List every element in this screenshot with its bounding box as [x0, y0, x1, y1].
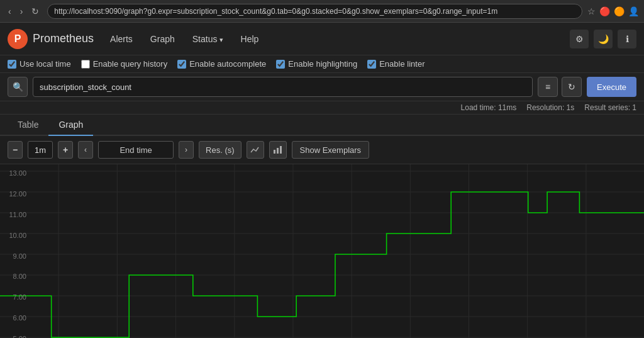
range-increase-button[interactable]: +	[58, 141, 73, 159]
enable-linter-label: Enable linter	[379, 59, 425, 69]
load-time-stat: Load time: 11ms	[461, 103, 517, 112]
svg-rect-0	[274, 150, 275, 154]
search-actions: ≡ ↻	[538, 77, 582, 97]
list-view-button[interactable]: ≡	[538, 77, 558, 97]
enable-autocomplete-label: Enable autocomplete	[189, 59, 266, 69]
enable-query-history-label: Enable query history	[93, 59, 168, 69]
tab-table[interactable]: Table	[8, 115, 48, 136]
y-label-7: 7.00	[3, 293, 26, 301]
search-icon-button[interactable]: 🔍	[8, 77, 28, 97]
tab-graph[interactable]: Graph	[48, 115, 93, 136]
show-exemplars-button[interactable]: Show Exemplars	[292, 141, 370, 159]
app-logo: P Prometheus	[8, 29, 94, 49]
address-bar[interactable]	[47, 4, 582, 19]
chart-inner: 13:46:25 13:46:30 13:46:35 13:46:40 13:4…	[0, 164, 644, 338]
enable-highlighting-checkbox[interactable]	[276, 60, 285, 69]
result-series-stat: Result series: 1	[584, 103, 636, 112]
options-bar: Use local time Enable query history Enab…	[0, 55, 644, 73]
logo-text: P	[14, 33, 21, 45]
y-label-8: 8.00	[3, 273, 26, 280]
line-chart-button[interactable]	[247, 141, 264, 159]
info-button[interactable]: ℹ	[618, 30, 636, 48]
search-input[interactable]	[33, 77, 533, 97]
time-prev-button[interactable]: ‹	[78, 141, 93, 159]
enable-autocomplete-option[interactable]: Enable autocomplete	[177, 59, 266, 69]
nav-right-icons: ⚙ 🌙 ℹ	[570, 30, 636, 48]
profile-icon[interactable]: 👤	[628, 6, 639, 16]
stats-bar: Load time: 11ms Resolution: 1s Result se…	[0, 101, 644, 115]
svg-rect-1	[277, 148, 279, 154]
resolution-stat: Resolution: 1s	[526, 103, 574, 112]
line-chart-icon	[250, 145, 260, 155]
y-label-10: 10.00	[3, 232, 26, 239]
nav-alerts[interactable]: Alerts	[106, 31, 136, 47]
time-next-button[interactable]: ›	[179, 141, 194, 159]
enable-highlighting-label: Enable highlighting	[288, 59, 357, 69]
forward-button[interactable]: ›	[17, 5, 26, 18]
end-time-display: End time	[98, 141, 174, 159]
y-label-5: 5.00	[3, 335, 26, 338]
range-value: 1m	[28, 141, 53, 159]
range-decrease-button[interactable]: −	[8, 141, 23, 159]
y-label-11: 11.00	[3, 211, 26, 218]
resolution-button[interactable]: Res. (s)	[199, 141, 242, 159]
enable-query-history-option[interactable]: Enable query history	[81, 59, 168, 69]
browser-chrome: ‹ › ↻ ☆ 🔴 🟠 👤	[0, 0, 644, 23]
enable-linter-checkbox[interactable]	[367, 60, 376, 69]
refresh-button[interactable]: ↻	[28, 5, 42, 18]
app-title: Prometheus	[33, 32, 94, 45]
y-axis: 13.00 12.00 11.00 10.00 9.00 8.00 7.00 6…	[0, 164, 29, 338]
enable-linter-option[interactable]: Enable linter	[367, 59, 425, 69]
enable-highlighting-option[interactable]: Enable highlighting	[276, 59, 357, 69]
use-local-time-option[interactable]: Use local time	[8, 59, 71, 69]
nav-buttons[interactable]: ‹ › ↻	[5, 5, 42, 18]
browser-toolbar-icons: ☆ 🔴 🟠 👤	[587, 6, 639, 16]
tabs-bar: Table Graph	[0, 115, 644, 136]
use-local-time-checkbox[interactable]	[8, 60, 16, 69]
y-label-6: 6.00	[3, 314, 26, 322]
chart-svg	[0, 164, 644, 338]
nav-help[interactable]: Help	[237, 31, 263, 47]
refresh-query-button[interactable]: ↻	[562, 77, 582, 97]
search-bar: 🔍 ≡ ↻ Execute	[0, 73, 644, 101]
app-navigation: P Prometheus Alerts Graph Status Help ⚙ …	[0, 23, 644, 55]
extension-icon-orange[interactable]: 🟠	[614, 6, 625, 16]
resolution-label: Res. (s)	[206, 145, 235, 155]
bookmark-star-icon[interactable]: ☆	[587, 6, 596, 16]
stacked-chart-button[interactable]	[269, 141, 287, 159]
enable-autocomplete-checkbox[interactable]	[177, 60, 186, 69]
y-label-13: 13.00	[3, 169, 26, 177]
nav-links: Alerts Graph Status Help	[106, 31, 262, 47]
back-button[interactable]: ‹	[5, 5, 14, 18]
use-local-time-label: Use local time	[19, 59, 71, 69]
graph-controls: − 1m + ‹ End time › Res. (s) Show Exempl…	[0, 136, 644, 164]
logo-icon: P	[8, 29, 28, 49]
nav-graph[interactable]: Graph	[147, 31, 179, 47]
svg-rect-2	[280, 146, 282, 154]
graph-area: 13.00 12.00 11.00 10.00 9.00 8.00 7.00 6…	[0, 164, 644, 338]
y-label-12: 12.00	[3, 190, 26, 198]
chart-line	[0, 192, 644, 337]
nav-status[interactable]: Status	[189, 31, 227, 47]
chart-container: 13.00 12.00 11.00 10.00 9.00 8.00 7.00 6…	[0, 164, 644, 338]
execute-button[interactable]: Execute	[587, 77, 636, 97]
settings-button[interactable]: ⚙	[570, 30, 589, 48]
enable-query-history-checkbox[interactable]	[81, 60, 90, 69]
y-label-9: 9.00	[3, 252, 26, 260]
extension-icon-red[interactable]: 🔴	[599, 6, 610, 16]
stacked-chart-icon	[273, 145, 283, 155]
theme-button[interactable]: 🌙	[594, 30, 613, 48]
